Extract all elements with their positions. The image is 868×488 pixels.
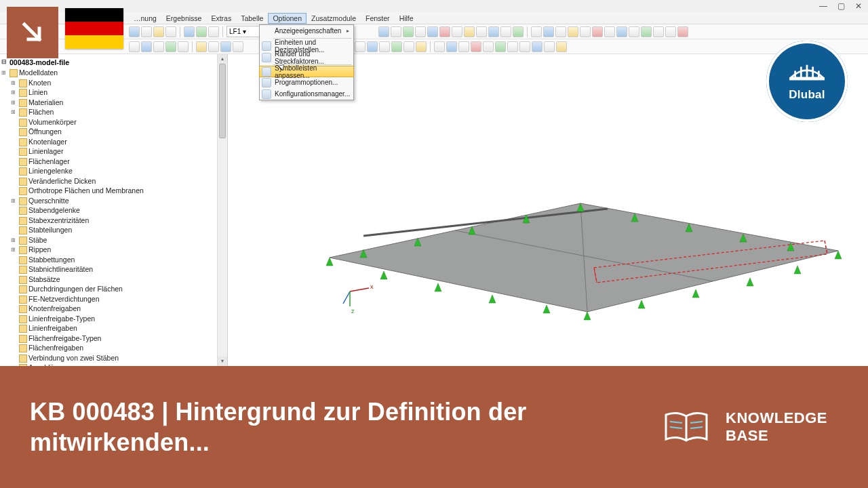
toolbar-icon[interactable]: [458, 41, 469, 52]
toolbar-icon[interactable]: [233, 41, 243, 52]
toolbar-icon[interactable]: [379, 41, 390, 52]
tree-item[interactable]: Stabteilungen: [0, 225, 227, 235]
toolbar-icon[interactable]: [446, 41, 457, 52]
dropdown-item-highlighted[interactable]: Symbolleisten anpassen...: [259, 66, 354, 77]
toolbar-icon[interactable]: [464, 26, 475, 37]
tree-item[interactable]: Materialien: [0, 98, 227, 108]
tree-item[interactable]: Orthotrope Flächen und Membranen: [0, 186, 227, 196]
dropdown-item[interactable]: Programmoptionen...: [260, 77, 353, 88]
toolbar-icon[interactable]: [452, 26, 462, 37]
toolbar-icon[interactable]: [434, 41, 445, 52]
toolbar-icon[interactable]: [556, 41, 567, 52]
toolbar-icon[interactable]: [568, 26, 578, 37]
tree-item[interactable]: Querschnitte: [0, 196, 227, 206]
toolbar-icon[interactable]: [165, 41, 176, 52]
tree-item[interactable]: Linienfreigaben: [0, 323, 227, 333]
tree-root[interactable]: 000483-model-file: [0, 57, 227, 68]
tree-item[interactable]: Durchdringungen der Flächen: [0, 284, 227, 294]
minimize-button[interactable]: —: [818, 1, 829, 11]
dropdown-item[interactable]: Konfigurationsmanager...: [260, 88, 353, 100]
toolbar-icon[interactable]: [519, 41, 530, 52]
toolbar-icon[interactable]: [616, 26, 627, 37]
tree-item[interactable]: Knotenfreigaben: [0, 304, 227, 314]
toolbar-icon[interactable]: [653, 26, 664, 37]
toolbar-icon[interactable]: [476, 26, 487, 37]
toolbar-icon[interactable]: [592, 26, 603, 37]
menu-item[interactable]: …nung: [129, 13, 161, 24]
menu-item[interactable]: Extras: [206, 13, 236, 24]
toolbar-icon[interactable]: [495, 41, 506, 52]
tree-item[interactable]: Öffnungen: [0, 127, 227, 137]
toolbar-icon[interactable]: [184, 26, 195, 37]
dropdown-item[interactable]: Ränder und Streckfaktoren...: [260, 52, 353, 63]
toolbar-icon[interactable]: [129, 26, 140, 37]
scroll-down-icon[interactable]: ▾: [218, 357, 227, 366]
menu-item[interactable]: Tabelle: [236, 13, 268, 24]
toolbar-icon[interactable]: [178, 41, 189, 52]
toolbar-icon[interactable]: [378, 26, 389, 37]
toolbar-icon[interactable]: [196, 26, 207, 37]
toolbar-icon[interactable]: [483, 41, 494, 52]
dropdown-item[interactable]: Anzeigeeigenschaften: [260, 25, 353, 37]
tree-item[interactable]: Flächenfreigaben: [0, 343, 227, 353]
tree-item[interactable]: Veränderliche Dicken: [0, 176, 227, 186]
toolbar-icon[interactable]: [641, 26, 652, 37]
tree-item[interactable]: Stäbe: [0, 235, 227, 245]
toolbar-icon[interactable]: [208, 26, 219, 37]
toolbar-icon[interactable]: [513, 26, 524, 37]
tree-item[interactable]: Volumenkörper: [0, 117, 227, 127]
scroll-thumb[interactable]: [219, 64, 226, 138]
toolbar-icon[interactable]: [141, 26, 152, 37]
toolbar-icon[interactable]: [355, 41, 366, 52]
tree-item[interactable]: Stabnichtlinearitäten: [0, 264, 227, 274]
toolbar-icon[interactable]: [555, 26, 566, 37]
toolbar-icon[interactable]: [129, 41, 140, 52]
tree-item[interactable]: Stabbettungen: [0, 255, 227, 265]
maximize-button[interactable]: ▢: [835, 1, 846, 11]
toolbar-icon[interactable]: [403, 41, 414, 52]
toolbar-icon[interactable]: [507, 41, 518, 52]
toolbar-icon[interactable]: [471, 41, 481, 52]
tree-item[interactable]: Linienlager: [0, 146, 227, 157]
toolbar-icon[interactable]: [580, 26, 591, 37]
toolbar-icon[interactable]: [439, 26, 450, 37]
toolbar-icon[interactable]: [403, 26, 414, 37]
toolbar-icon[interactable]: [604, 26, 615, 37]
toolbar-icon[interactable]: [208, 41, 219, 52]
tree-item[interactable]: Liniengelenke: [0, 166, 227, 176]
toolbar-icon[interactable]: [677, 26, 688, 37]
toolbar-icon[interactable]: [367, 41, 378, 52]
toolbar-icon[interactable]: [544, 41, 555, 52]
toolbar-icon[interactable]: [427, 26, 438, 37]
toolbar-icon[interactable]: [220, 41, 231, 52]
tree-item[interactable]: Flächenfreigabe-Typen: [0, 333, 227, 344]
menu-item[interactable]: Ergebnisse: [161, 13, 207, 24]
toolbar-icon[interactable]: [416, 41, 427, 52]
toolbar-icon[interactable]: [153, 26, 164, 37]
tree-item[interactable]: Rippen: [0, 245, 227, 255]
tree-group[interactable]: Modelldaten: [0, 68, 227, 78]
toolbar-icon[interactable]: [543, 26, 554, 37]
toolbar-icon[interactable]: [665, 26, 676, 37]
toolbar-icon[interactable]: [532, 41, 542, 52]
scrollbar-vertical[interactable]: ▴ ▾: [217, 54, 227, 366]
menu-item[interactable]: Fenster: [361, 13, 395, 24]
menu-item-optionen[interactable]: Optionen: [268, 13, 307, 24]
toolbar-icon[interactable]: [141, 41, 152, 52]
toolbar-icon[interactable]: [153, 41, 164, 52]
tree-item[interactable]: Verbindung von zwei Stäben: [0, 353, 227, 363]
toolbar-icon[interactable]: [391, 41, 402, 52]
menu-item[interactable]: Zusatzmodule: [307, 13, 361, 24]
toolbar-icon[interactable]: [391, 26, 401, 37]
toolbar-icon[interactable]: [165, 26, 176, 37]
tree-item[interactable]: Flächenlager: [0, 157, 227, 167]
toolbar-icon[interactable]: [415, 26, 426, 37]
tree-item[interactable]: Linienfreigabe-Typen: [0, 314, 227, 324]
menu-item[interactable]: Hilfe: [395, 13, 418, 24]
scroll-up-icon[interactable]: ▴: [218, 54, 227, 64]
tree-item[interactable]: Stabendgelenke: [0, 205, 227, 216]
close-button[interactable]: ✕: [853, 1, 864, 11]
tree-item[interactable]: Stabexzentrizitäten: [0, 216, 227, 226]
tree-item[interactable]: Knotenlager: [0, 137, 227, 147]
tree-item[interactable]: Flächen: [0, 107, 227, 117]
